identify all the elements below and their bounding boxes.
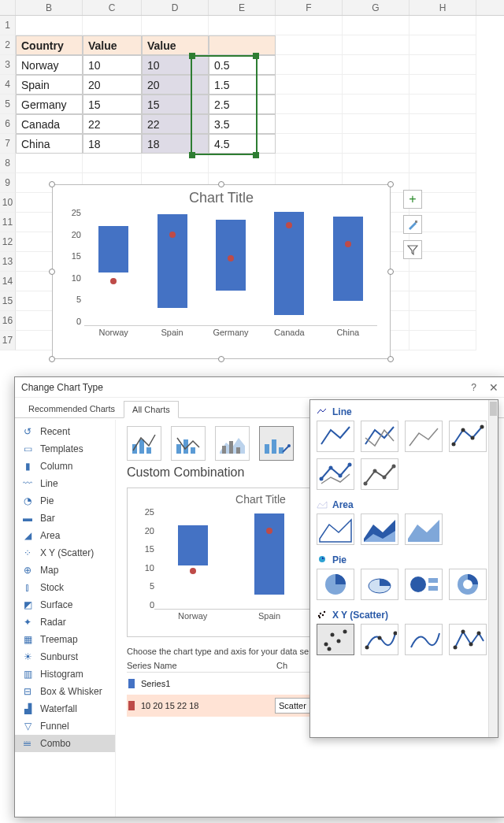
col-header[interactable]: B <box>16 0 83 15</box>
cell[interactable]: Germany <box>16 95 83 114</box>
chart-type-stock[interactable]: ⫿Stock <box>15 579 115 596</box>
col-header[interactable]: G <box>343 0 410 15</box>
scatter-marker[interactable] <box>228 255 234 261</box>
cell[interactable]: 20 <box>83 75 142 95</box>
embedded-chart[interactable]: Chart Title 2520151050 NorwaySpainGerman… <box>52 184 391 359</box>
selection-handle[interactable] <box>253 152 259 158</box>
table-header[interactable]: Value <box>142 35 209 55</box>
row-header[interactable]: 15 <box>0 291 16 311</box>
chart-type-area[interactable]: ◢Area <box>15 527 115 544</box>
row-header[interactable]: 9 <box>0 173 16 193</box>
chart-type-column[interactable]: ▮Column <box>15 458 115 475</box>
bar[interactable] <box>333 217 363 301</box>
cell[interactable]: Spain <box>16 75 83 95</box>
chart-subtype[interactable] <box>449 569 487 600</box>
cell[interactable]: 22 <box>142 114 209 134</box>
chart-title[interactable]: Chart Title <box>53 185 390 208</box>
cell[interactable]: 10 <box>83 55 142 75</box>
table-header[interactable]: Value <box>83 35 142 55</box>
chart-subtype[interactable] <box>449 624 487 655</box>
row-header[interactable]: 2 <box>0 35 16 55</box>
bar[interactable] <box>254 513 284 595</box>
row-header[interactable]: 17 <box>0 331 16 350</box>
scatter-marker[interactable] <box>190 568 196 574</box>
row-header[interactable]: 11 <box>0 213 16 232</box>
close-button[interactable]: ✕ <box>489 381 498 394</box>
chart-elements-button[interactable]: + <box>403 190 422 209</box>
chart-type-waterfall[interactable]: ▟Waterfall <box>15 700 115 717</box>
bar[interactable] <box>178 525 208 566</box>
row-header[interactable]: 6 <box>0 114 16 134</box>
selection-handle[interactable] <box>253 53 259 59</box>
row-header[interactable]: 7 <box>0 134 16 154</box>
row-header[interactable]: 8 <box>0 154 16 173</box>
table-header[interactable] <box>209 35 276 55</box>
row-header[interactable]: 4 <box>0 75 16 95</box>
selection-handle[interactable] <box>189 53 195 59</box>
chart-subtype[interactable] <box>361 421 398 452</box>
chart-subtype[interactable] <box>317 569 354 600</box>
bar[interactable] <box>98 226 128 273</box>
chart-type-surface[interactable]: ◩Surface <box>15 596 115 614</box>
help-button[interactable]: ? <box>471 382 476 393</box>
chart-type-bar[interactable]: ▬Bar <box>15 510 115 527</box>
scatter-marker[interactable] <box>110 278 117 284</box>
cell[interactable]: 15 <box>142 95 209 114</box>
chart-subtype[interactable] <box>405 513 443 545</box>
row-header[interactable]: 16 <box>0 311 16 331</box>
scatter-marker[interactable] <box>345 241 351 247</box>
combo-variant-custom[interactable] <box>259 426 294 461</box>
combo-variant[interactable] <box>171 426 206 461</box>
cell[interactable]: 2.5 <box>209 95 276 114</box>
row-header[interactable]: 5 <box>0 95 16 114</box>
bar[interactable] <box>158 214 187 308</box>
tab-all-charts[interactable]: All Charts <box>124 401 179 418</box>
row-header[interactable]: 14 <box>0 272 16 291</box>
scatter-marker[interactable] <box>169 232 176 238</box>
cell[interactable]: 3.5 <box>209 114 276 134</box>
col-header[interactable]: F <box>276 0 343 15</box>
chart-subtype[interactable] <box>405 421 443 452</box>
chart-type-combo[interactable]: ⩸Combo <box>15 735 115 752</box>
cell[interactable]: 0.5 <box>209 55 276 75</box>
row-header[interactable]: 1 <box>0 16 16 35</box>
chart-subtype[interactable] <box>317 458 354 490</box>
chart-subtype[interactable] <box>317 624 354 655</box>
row-header[interactable]: 10 <box>0 193 16 213</box>
chart-subtype[interactable] <box>449 421 487 452</box>
chart-type-pie[interactable]: ◔Pie <box>15 492 115 510</box>
cell[interactable]: China <box>16 134 83 154</box>
cell[interactable]: 10 <box>142 55 209 75</box>
combo-variant[interactable] <box>127 426 161 461</box>
chart-type-recent[interactable]: ↺Recent <box>15 423 115 440</box>
chart-type-funnel[interactable]: ▽Funnel <box>15 717 115 735</box>
table-header[interactable]: Country <box>16 35 83 55</box>
row-header[interactable]: 12 <box>0 232 16 252</box>
col-header[interactable]: E <box>209 0 276 15</box>
chart-subtype[interactable] <box>405 569 443 600</box>
chart-type-sunburst[interactable]: ☀Sunburst <box>15 648 115 665</box>
combo-variant[interactable] <box>215 426 250 461</box>
cell[interactable]: Norway <box>16 55 83 75</box>
chart-type-treemap[interactable]: ▦Treemap <box>15 631 115 648</box>
chart-subtype[interactable] <box>317 421 354 452</box>
col-header[interactable]: H <box>410 0 476 15</box>
selection-handle[interactable] <box>189 152 195 158</box>
chart-type-box-whisker[interactable]: ⊟Box & Whisker <box>15 683 115 700</box>
chart-type-histogram[interactable]: ▥Histogram <box>15 665 115 683</box>
chart-type-templates[interactable]: ▭Templates <box>15 440 115 458</box>
chart-styles-button[interactable] <box>403 215 422 234</box>
row-header[interactable]: 3 <box>0 55 16 75</box>
chart-subtype[interactable] <box>361 458 398 490</box>
chart-type-map[interactable]: ⊕Map <box>15 562 115 579</box>
cell[interactable]: Canada <box>16 114 83 134</box>
col-header[interactable]: C <box>83 0 142 15</box>
scatter-marker[interactable] <box>266 528 272 534</box>
chart-type-x-y-scatter-[interactable]: ⁘X Y (Scatter) <box>15 544 115 562</box>
chart-subtype[interactable] <box>317 513 354 545</box>
cell[interactable]: 20 <box>142 75 209 95</box>
tab-recommended[interactable]: Recommended Charts <box>20 400 124 417</box>
cell[interactable]: 22 <box>83 114 142 134</box>
chart-subtype[interactable] <box>361 569 398 600</box>
chart-subtype[interactable] <box>405 624 443 655</box>
